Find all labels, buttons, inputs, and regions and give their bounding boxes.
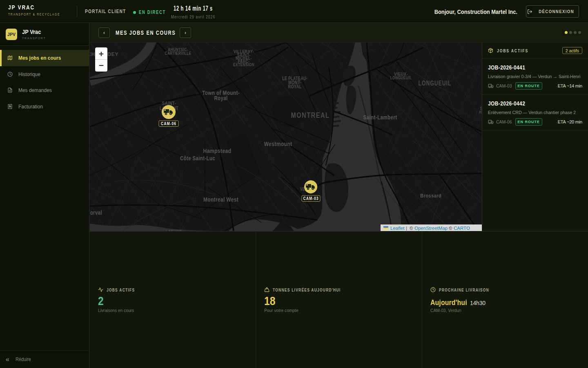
svg-text:−: − [99,61,104,70]
svg-text:LONGUEUIL: LONGUEUIL [390,75,412,80]
svg-text:HUBERT: HUBERT [479,110,482,114]
svg-text:MONTREAL: MONTREAL [291,111,330,119]
svg-text:Brossard: Brossard [420,193,441,199]
svg-text:©: © [449,226,452,231]
svg-text:Royal: Royal [214,95,228,101]
svg-text:CARTO: CARTO [454,226,470,231]
svg-text:OpenStreetMap: OpenStreetMap [414,226,448,231]
svg-text:CAM-03: CAM-03 [303,196,319,201]
svg-text:|: | [406,226,407,231]
svg-text:+: + [99,49,104,58]
svg-text:Dorval: Dorval [90,209,102,216]
svg-text:Côte Saint-Luc: Côte Saint-Luc [180,155,215,162]
svg-text:Leaflet: Leaflet [390,226,405,231]
svg-text:Hampstead: Hampstead [203,148,232,154]
svg-text:©: © [410,226,413,231]
svg-text:LONGUEUIL: LONGUEUIL [419,79,452,87]
svg-text:Montreal West: Montreal West [203,196,238,203]
svg-text:CAM-06: CAM-06 [161,121,176,126]
svg-text:CARTIERVILLE: CARTIERVILLE [165,51,192,56]
svg-text:EXTENSION: EXTENSION [233,62,254,67]
svg-text:Saint-Lambert: Saint-Lambert [363,114,397,121]
svg-text:Westmount: Westmount [264,141,292,147]
svg-text:ROYAL: ROYAL [288,84,302,90]
